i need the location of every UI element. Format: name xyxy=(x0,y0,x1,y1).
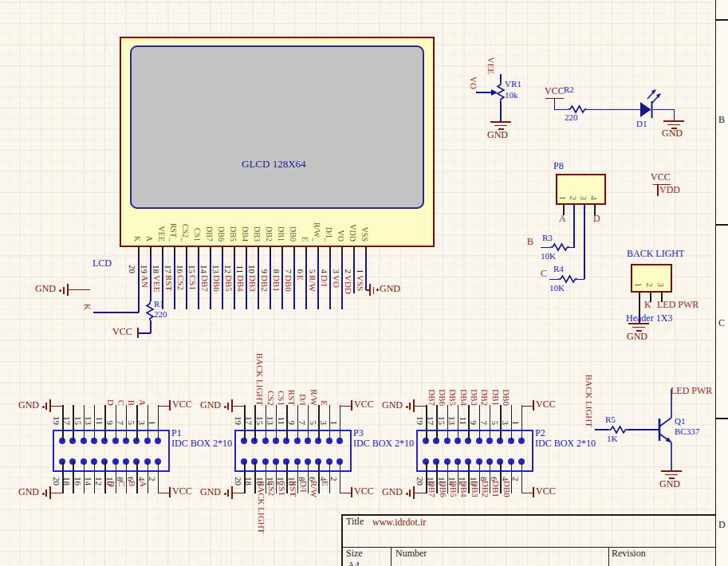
net-label[interactable]: D/I xyxy=(320,275,329,287)
wire[interactable] xyxy=(234,255,235,309)
wire[interactable] xyxy=(414,406,427,407)
gnd-power-port-label[interactable]: GND xyxy=(35,284,56,294)
connector-type-label[interactable]: IDC BOX 2*10 xyxy=(353,438,414,449)
transistor-reference[interactable]: Q1 xyxy=(675,416,685,426)
wire[interactable] xyxy=(139,332,151,334)
wire[interactable] xyxy=(549,279,558,281)
wire[interactable] xyxy=(521,493,533,494)
lcd-pin-stub[interactable] xyxy=(234,247,235,255)
gnd-power-port-label[interactable]: GND xyxy=(18,400,39,411)
net-label[interactable]: CS2 xyxy=(176,275,186,290)
wire[interactable] xyxy=(554,98,556,110)
net-label-back-light[interactable]: BACK LIGHT xyxy=(584,375,594,427)
resistor-value[interactable]: 10K xyxy=(541,251,556,261)
resistor-r4-symbol[interactable] xyxy=(558,275,577,283)
net-label[interactable]: D xyxy=(107,481,116,487)
wire[interactable] xyxy=(270,255,271,309)
net-label-b[interactable]: B xyxy=(527,237,533,247)
wire[interactable] xyxy=(317,255,319,309)
wire[interactable] xyxy=(476,92,491,93)
gnd-power-port-label[interactable]: GND xyxy=(487,130,508,140)
net-label[interactable]: AN xyxy=(140,275,150,288)
gnd-power-port-label[interactable]: GND xyxy=(662,128,683,139)
gnd-power-port-label[interactable]: GND xyxy=(382,400,403,411)
vcc-power-port-label[interactable]: VCC xyxy=(536,486,556,497)
net-label[interactable]: D/I xyxy=(298,394,308,406)
net-label[interactable]: DB4 xyxy=(458,389,468,406)
wire[interactable] xyxy=(521,406,533,407)
ground-symbol[interactable] xyxy=(63,287,65,294)
net-label[interactable]: DB3 xyxy=(470,481,480,497)
wire[interactable] xyxy=(138,255,140,312)
net-label[interactable]: CS1 xyxy=(277,391,286,406)
net-label[interactable]: BACK LIGHT xyxy=(256,353,266,406)
net-label-d[interactable]: D xyxy=(593,214,600,224)
wire[interactable] xyxy=(587,109,640,111)
led-d1-symbol[interactable] xyxy=(634,80,671,124)
ground-symbol[interactable] xyxy=(45,489,47,497)
lcd-pin-stub[interactable] xyxy=(353,247,355,255)
connector-p2-body[interactable] xyxy=(416,430,533,472)
wire[interactable] xyxy=(653,109,675,111)
wire[interactable] xyxy=(158,406,170,407)
vcc-power-port-bar[interactable] xyxy=(137,328,139,338)
net-label[interactable]: DB0 xyxy=(502,481,512,497)
net-label-led-pwr[interactable]: LED PWR xyxy=(657,300,698,310)
wire[interactable] xyxy=(150,320,152,333)
net-label[interactable]: D/I xyxy=(299,481,309,493)
gnd-power-port-label[interactable]: GND xyxy=(200,487,221,497)
lcd-screen[interactable] xyxy=(130,45,424,209)
wire[interactable] xyxy=(329,255,331,309)
wire[interactable] xyxy=(555,109,568,111)
net-label[interactable]: DB1 xyxy=(491,481,501,497)
net-label-vee[interactable]: VEE xyxy=(486,57,496,74)
wire[interactable] xyxy=(50,406,63,407)
wire[interactable] xyxy=(576,279,584,281)
ground-symbol[interactable] xyxy=(409,403,411,410)
net-label[interactable]: DB6 xyxy=(212,275,222,292)
net-label[interactable]: DB4 xyxy=(236,275,246,292)
wire[interactable] xyxy=(174,255,175,309)
connector-p3-body[interactable] xyxy=(234,430,352,472)
lcd-pin-stub[interactable] xyxy=(222,247,223,255)
resistor-r5-symbol[interactable] xyxy=(608,426,628,434)
resistor-reference[interactable]: R5 xyxy=(605,415,616,425)
net-label[interactable]: DB6 xyxy=(439,481,448,497)
led-reference[interactable]: D1 xyxy=(636,119,647,129)
wire[interactable] xyxy=(293,255,295,309)
net-label[interactable]: RST xyxy=(288,390,297,406)
wire[interactable] xyxy=(281,255,283,309)
net-label[interactable]: DB2 xyxy=(481,481,490,497)
vcc-power-port-bar[interactable] xyxy=(351,487,352,497)
ground-symbol[interactable] xyxy=(490,121,511,123)
wire[interactable] xyxy=(657,184,659,196)
net-label[interactable]: E xyxy=(320,400,329,406)
net-label[interactable]: D xyxy=(106,399,116,406)
wire[interactable] xyxy=(222,255,223,309)
lcd-pin-stub[interactable] xyxy=(305,247,307,255)
ground-symbol[interactable] xyxy=(409,489,411,497)
net-label[interactable]: VO xyxy=(332,275,341,288)
connector-reference[interactable]: P8 xyxy=(553,161,564,171)
resistor-reference[interactable]: R1 xyxy=(154,299,164,309)
pin-stub[interactable] xyxy=(158,462,159,493)
pin-stub[interactable] xyxy=(521,462,523,493)
vcc-power-port-bar[interactable] xyxy=(169,400,171,411)
wire[interactable] xyxy=(186,255,187,309)
net-label[interactable]: CS2 xyxy=(266,391,276,406)
potentiometer-value[interactable]: 10k xyxy=(505,90,518,100)
net-label[interactable]: VSS xyxy=(356,275,365,291)
vcc-power-port-label[interactable]: VCC xyxy=(354,399,374,410)
connector-p1-body[interactable] xyxy=(53,430,170,472)
lcd-pin-stub[interactable] xyxy=(150,247,152,255)
resistor-reference[interactable]: R2 xyxy=(564,85,574,95)
lcd-pin-stub[interactable] xyxy=(317,247,319,255)
resistor-reference[interactable]: R4 xyxy=(553,264,564,274)
net-label[interactable]: R/W xyxy=(309,481,319,497)
net-label-vdd[interactable]: VDD xyxy=(659,185,680,195)
wire[interactable] xyxy=(584,205,585,279)
lcd-pin-stub[interactable] xyxy=(329,247,331,255)
net-label[interactable]: DB1 xyxy=(272,275,281,292)
ground-symbol[interactable] xyxy=(661,470,682,472)
net-label[interactable]: DB2 xyxy=(260,275,270,292)
